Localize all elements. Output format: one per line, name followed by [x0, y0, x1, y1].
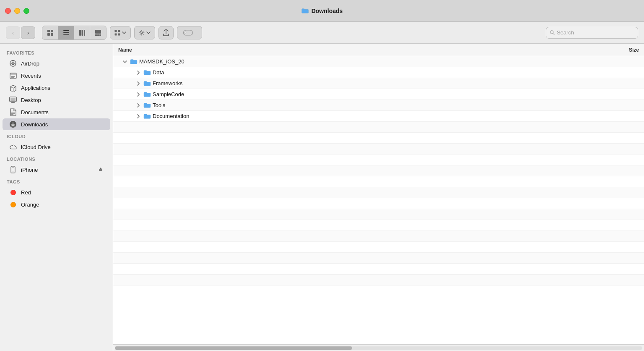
sidebar-item-icloud-drive-label: iCloud Drive — [21, 144, 51, 150]
svg-rect-9 — [84, 30, 85, 36]
svg-rect-14 — [115, 30, 117, 32]
folder-icon — [143, 70, 151, 76]
column-view-button[interactable] — [74, 26, 90, 39]
sidebar-item-recents-label: Recents — [21, 73, 41, 79]
file-name-samplecode: SampleCode — [153, 91, 184, 97]
sidebar-item-recents[interactable]: Recents — [3, 70, 110, 81]
disclosure-mamsdk[interactable] — [122, 58, 128, 65]
empty-row — [113, 122, 644, 133]
grid-group-icon — [114, 30, 120, 36]
disclosure-documentation[interactable] — [135, 113, 142, 120]
view-buttons — [42, 26, 106, 40]
sidebar-item-red[interactable]: Red — [3, 186, 110, 198]
window-title: Downloads — [312, 8, 343, 14]
disclosure-tools[interactable] — [135, 102, 142, 109]
empty-row — [113, 165, 644, 176]
svg-rect-5 — [63, 32, 69, 33]
share-button[interactable] — [158, 26, 174, 39]
maximize-button[interactable] — [23, 8, 29, 14]
tag-icon — [183, 29, 196, 36]
forward-button[interactable]: › — [21, 26, 35, 39]
svg-rect-3 — [51, 33, 53, 36]
sidebar-section-icloud: iCloud — [0, 131, 113, 141]
file-name-data: Data — [153, 69, 164, 76]
tag-button[interactable] — [177, 26, 202, 39]
svg-rect-7 — [79, 30, 81, 36]
empty-row — [113, 144, 644, 155]
scrollbar-thumb[interactable] — [115, 346, 352, 350]
sidebar-item-downloads[interactable]: Downloads — [3, 118, 110, 130]
svg-rect-0 — [47, 30, 50, 32]
back-icon: ‹ — [12, 29, 14, 36]
row-indent-1: SampleCode — [118, 91, 605, 98]
window-title-area: Downloads — [301, 8, 343, 14]
sidebar-item-icloud-drive[interactable]: iCloud Drive — [3, 141, 110, 153]
table-row[interactable]: SampleCode — [113, 89, 644, 100]
sidebar-item-iphone[interactable]: iPhone — [3, 164, 110, 176]
forward-icon: › — [27, 29, 29, 36]
file-name-mamsdk: MAMSDK_iOS_20 — [139, 58, 184, 65]
empty-row — [113, 198, 644, 209]
minimize-button[interactable] — [14, 8, 20, 14]
column-header-size: Size — [605, 47, 639, 53]
sidebar-item-documents[interactable]: Documents — [3, 106, 110, 118]
empty-row — [113, 155, 644, 165]
table-row[interactable]: Data — [113, 67, 644, 78]
svg-point-21 — [550, 31, 553, 34]
iphone-eject-button[interactable] — [98, 166, 104, 173]
sidebar-item-airdrop-label: AirDrop — [21, 60, 39, 67]
sidebar-item-applications-label: Applications — [21, 85, 50, 91]
table-row[interactable]: Tools — [113, 100, 644, 111]
horizontal-scrollbar[interactable] — [113, 344, 644, 351]
disclosure-frameworks[interactable] — [135, 80, 142, 87]
svg-rect-6 — [63, 34, 69, 35]
action-button[interactable] — [134, 26, 155, 39]
grid-small-icon — [47, 29, 54, 36]
icloud-drive-icon — [9, 143, 17, 151]
file-area: Name Size — [113, 44, 644, 351]
svg-rect-17 — [118, 33, 120, 35]
folder-icon — [130, 59, 138, 65]
empty-row — [113, 133, 644, 144]
chevron-down-icon-action — [146, 31, 151, 34]
disclosure-samplecode[interactable] — [135, 91, 142, 98]
gallery-view-button[interactable] — [90, 26, 106, 39]
list-view-button[interactable] — [58, 26, 74, 39]
back-button[interactable]: ‹ — [6, 26, 20, 39]
row-indent-1: Frameworks — [118, 80, 605, 87]
svg-point-41 — [13, 172, 13, 173]
sidebar-item-airdrop[interactable]: AirDrop — [3, 58, 110, 69]
sidebar-item-iphone-label: iPhone — [21, 167, 38, 173]
row-indent-1: Documentation — [118, 113, 605, 120]
row-indent-0: MAMSDK_iOS_20 — [118, 58, 605, 65]
disclosure-data[interactable] — [135, 69, 142, 76]
sidebar-item-orange[interactable]: Orange — [3, 199, 110, 210]
sidebar-item-desktop[interactable]: Desktop — [3, 94, 110, 106]
recents-icon — [9, 72, 17, 79]
search-bar[interactable] — [546, 27, 638, 39]
scrollbar-track[interactable] — [115, 346, 642, 350]
sidebar-item-downloads-label: Downloads — [21, 121, 48, 128]
gallery-icon — [95, 29, 101, 36]
table-row[interactable]: Documentation — [113, 111, 644, 122]
sidebar-item-applications[interactable]: Applications — [3, 82, 110, 94]
share-icon — [163, 29, 169, 37]
close-button[interactable] — [5, 8, 11, 14]
icon-view-button[interactable] — [42, 26, 58, 39]
traffic-lights — [5, 8, 29, 14]
search-input[interactable] — [557, 29, 634, 36]
folder-icon — [143, 81, 151, 86]
svg-rect-1 — [51, 30, 53, 32]
svg-rect-4 — [63, 30, 69, 31]
columns-icon — [79, 29, 86, 36]
empty-row — [113, 264, 644, 275]
gear-icon — [139, 30, 145, 36]
file-name-documentation: Documentation — [153, 113, 189, 119]
table-row[interactable]: MAMSDK_iOS_20 — [113, 56, 644, 67]
table-row[interactable]: Frameworks — [113, 78, 644, 89]
svg-rect-15 — [118, 30, 120, 32]
main-area: Favorites AirDrop R — [0, 44, 644, 351]
group-button[interactable] — [110, 26, 131, 39]
desktop-icon — [9, 96, 17, 104]
chevron-right-icon — [137, 81, 140, 86]
